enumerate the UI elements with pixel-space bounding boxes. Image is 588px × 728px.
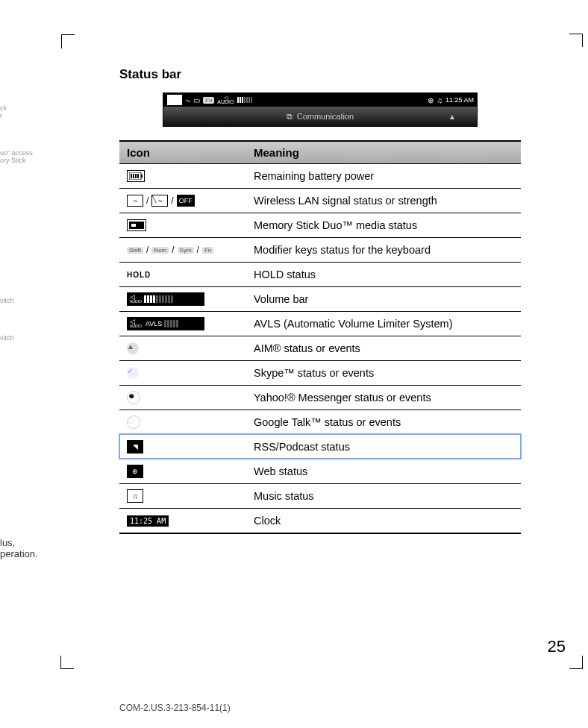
- shift-key-icon: Shift: [127, 247, 143, 254]
- table-row: ♫ Music status: [119, 483, 521, 508]
- communication-icon: ⧉: [287, 112, 293, 122]
- music-note-icon: ♫: [437, 96, 442, 104]
- table-row: ◌ Google Talk™ status or events: [119, 410, 521, 434]
- table-row: Remaining battery power: [119, 163, 521, 188]
- battery-icon: [127, 170, 145, 182]
- fn-key-icon: Fn: [202, 247, 213, 254]
- table-row: Memory Stick Duo™ media status: [119, 213, 521, 237]
- svg-rect-8: [135, 174, 137, 178]
- table-row: ✓ Skype™ status or events: [119, 360, 521, 385]
- aim-icon: ▲: [127, 342, 139, 354]
- meaning-text: Modifier keys status for the keyboard: [246, 239, 521, 260]
- volume-bar-icon: ◁AUDIO: [127, 292, 204, 306]
- battery-icon: [166, 94, 183, 106]
- meaning-text: Skype™ status or events: [246, 363, 521, 383]
- page-number: 25: [548, 637, 566, 656]
- footer-code: COM-2.US.3-213-854-11(1): [119, 703, 231, 713]
- rss-icon: ◥: [127, 440, 143, 454]
- status-time: 11:25 AM: [445, 96, 474, 104]
- wifi-disabled-icon: OFF: [177, 195, 195, 207]
- wifi-icon: ⏦: [186, 96, 190, 104]
- meaning-text: Memory Stick Duo™ media status: [246, 215, 521, 236]
- meaning-text: Wireless LAN signal status or strength: [246, 190, 521, 211]
- section-title: Status bar: [119, 67, 521, 82]
- yahoo-icon: ☻: [127, 391, 140, 404]
- hold-icon: HOLD: [127, 271, 151, 279]
- meaning-text: RSS/Podcast status: [246, 436, 521, 457]
- table-row: 11:25 AM Clock: [119, 508, 521, 533]
- volume-segments: [237, 97, 252, 103]
- table-row: ◁AUDIO Volume bar: [119, 286, 521, 311]
- meaning-text: Yahoo!® Messenger status or events: [246, 387, 521, 408]
- memorystick-icon: ▭: [193, 96, 200, 104]
- table-row: ☻ Yahoo!® Messenger status or events: [119, 385, 521, 410]
- svg-rect-9: [137, 174, 139, 178]
- fn-key-icon: Fn: [203, 97, 214, 104]
- svg-rect-12: [131, 224, 136, 227]
- svg-rect-7: [133, 174, 134, 178]
- gtalk-icon: ◌: [127, 415, 140, 429]
- meaning-text: Clock: [246, 510, 521, 531]
- svg-rect-10: [141, 175, 143, 178]
- icon-meaning-table: Icon Meaning Remaining battery power ⏦ /…: [119, 140, 521, 534]
- avls-bar-icon: ◁AUDIO AVLS: [127, 317, 204, 330]
- table-row: Shift/ Num/ Sym/ Fn Modifier keys status…: [119, 237, 521, 262]
- wifi-on-icon: ⏦: [127, 195, 143, 207]
- skype-icon: ✓: [127, 367, 139, 379]
- memorystick-icon: [127, 219, 146, 231]
- table-row-highlighted: ◥ RSS/Podcast status: [119, 434, 521, 459]
- svg-rect-3: [175, 98, 176, 101]
- audio-label: AUDIO: [217, 100, 234, 104]
- globe-icon: ⊕: [428, 96, 434, 104]
- wifi-off-icon: ⏦╲: [151, 195, 168, 207]
- table-row: ▲ AIM® status or events: [119, 336, 521, 360]
- svg-rect-6: [131, 174, 132, 178]
- meaning-text: HOLD status: [246, 264, 521, 285]
- svg-rect-2: [172, 98, 174, 101]
- meaning-text: Google Talk™ status or events: [246, 412, 521, 433]
- clock-icon: 11:25 AM: [127, 515, 169, 527]
- svg-rect-1: [170, 98, 172, 101]
- table-row: ⊕ Web status: [119, 459, 521, 483]
- table-row: ⏦ / ⏦╲ / OFF Wireless LAN signal status …: [119, 188, 521, 213]
- meaning-text: Remaining battery power: [246, 166, 521, 186]
- num-key-icon: Num: [151, 247, 169, 254]
- meaning-text: AIM® status or events: [246, 338, 521, 359]
- meaning-text: AVLS (Automatic Volume Limiter System): [246, 313, 521, 334]
- music-icon: ♫: [127, 489, 143, 503]
- meaning-text: Web status: [246, 461, 521, 482]
- th-icon: Icon: [119, 142, 246, 163]
- table-row: HOLD HOLD status: [119, 262, 521, 286]
- status-bar-figure: ⏦ ▭ Fn ◁AUDIO ⊕ ♫ 11:25 AM ⧉ Communicati…: [163, 92, 478, 127]
- communication-label: Communication: [297, 112, 354, 121]
- meaning-text: Music status: [246, 486, 521, 506]
- th-meaning: Meaning: [246, 142, 521, 163]
- svg-rect-4: [179, 98, 181, 101]
- table-row: ◁AUDIO AVLS AVLS (Automatic Volume Limit…: [119, 311, 521, 336]
- triangle-up-icon: ▲: [448, 113, 456, 121]
- meaning-text: Volume bar: [246, 289, 521, 310]
- sym-key-icon: Sym: [178, 247, 194, 254]
- web-icon: ⊕: [127, 465, 143, 478]
